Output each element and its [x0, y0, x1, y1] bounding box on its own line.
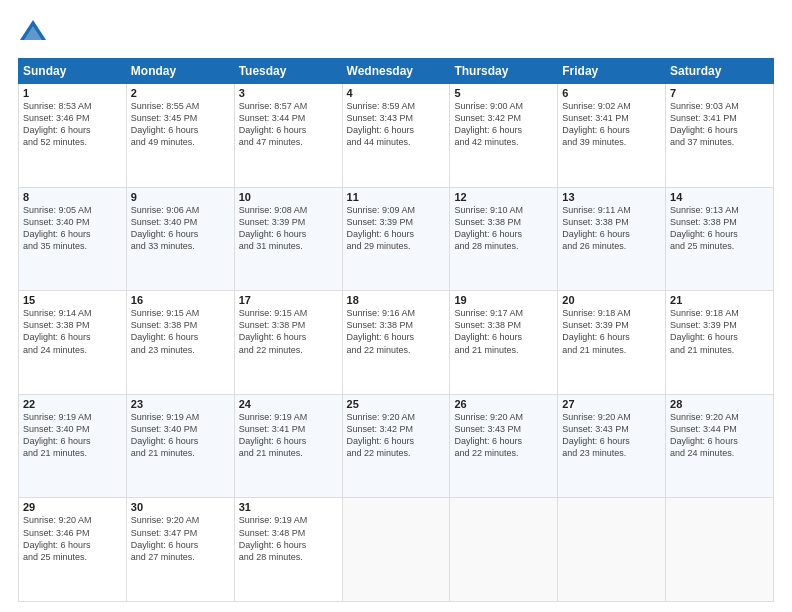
calendar-cell: 10Sunrise: 9:08 AMSunset: 3:39 PMDayligh…	[234, 187, 342, 291]
day-number: 24	[239, 398, 338, 410]
calendar-cell: 3Sunrise: 8:57 AMSunset: 3:44 PMDaylight…	[234, 84, 342, 188]
day-number: 6	[562, 87, 661, 99]
calendar-cell: 18Sunrise: 9:16 AMSunset: 3:38 PMDayligh…	[342, 291, 450, 395]
calendar-cell: 21Sunrise: 9:18 AMSunset: 3:39 PMDayligh…	[666, 291, 774, 395]
day-info: Sunrise: 9:09 AMSunset: 3:39 PMDaylight:…	[347, 205, 416, 251]
calendar-cell: 14Sunrise: 9:13 AMSunset: 3:38 PMDayligh…	[666, 187, 774, 291]
calendar-cell: 7Sunrise: 9:03 AMSunset: 3:41 PMDaylight…	[666, 84, 774, 188]
day-number: 2	[131, 87, 230, 99]
day-info: Sunrise: 9:13 AMSunset: 3:38 PMDaylight:…	[670, 205, 739, 251]
day-info: Sunrise: 9:06 AMSunset: 3:40 PMDaylight:…	[131, 205, 200, 251]
calendar-cell: 20Sunrise: 9:18 AMSunset: 3:39 PMDayligh…	[558, 291, 666, 395]
calendar-cell: 27Sunrise: 9:20 AMSunset: 3:43 PMDayligh…	[558, 394, 666, 498]
day-info: Sunrise: 9:20 AMSunset: 3:43 PMDaylight:…	[562, 412, 631, 458]
day-number: 15	[23, 294, 122, 306]
day-info: Sunrise: 9:19 AMSunset: 3:41 PMDaylight:…	[239, 412, 308, 458]
day-info: Sunrise: 9:00 AMSunset: 3:42 PMDaylight:…	[454, 101, 523, 147]
day-number: 30	[131, 501, 230, 513]
day-number: 25	[347, 398, 446, 410]
weekday-header: Monday	[126, 59, 234, 84]
weekday-header: Sunday	[19, 59, 127, 84]
day-info: Sunrise: 9:14 AMSunset: 3:38 PMDaylight:…	[23, 308, 92, 354]
calendar-week-row: 22Sunrise: 9:19 AMSunset: 3:40 PMDayligh…	[19, 394, 774, 498]
day-info: Sunrise: 9:17 AMSunset: 3:38 PMDaylight:…	[454, 308, 523, 354]
day-info: Sunrise: 9:19 AMSunset: 3:48 PMDaylight:…	[239, 515, 308, 561]
weekday-header: Wednesday	[342, 59, 450, 84]
calendar-cell: 11Sunrise: 9:09 AMSunset: 3:39 PMDayligh…	[342, 187, 450, 291]
calendar-cell: 17Sunrise: 9:15 AMSunset: 3:38 PMDayligh…	[234, 291, 342, 395]
day-info: Sunrise: 9:08 AMSunset: 3:39 PMDaylight:…	[239, 205, 308, 251]
day-number: 23	[131, 398, 230, 410]
day-info: Sunrise: 8:55 AMSunset: 3:45 PMDaylight:…	[131, 101, 200, 147]
calendar-week-row: 1Sunrise: 8:53 AMSunset: 3:46 PMDaylight…	[19, 84, 774, 188]
calendar-cell: 24Sunrise: 9:19 AMSunset: 3:41 PMDayligh…	[234, 394, 342, 498]
day-number: 19	[454, 294, 553, 306]
day-info: Sunrise: 8:59 AMSunset: 3:43 PMDaylight:…	[347, 101, 416, 147]
calendar-cell: 22Sunrise: 9:19 AMSunset: 3:40 PMDayligh…	[19, 394, 127, 498]
calendar-cell: 16Sunrise: 9:15 AMSunset: 3:38 PMDayligh…	[126, 291, 234, 395]
calendar-cell	[450, 498, 558, 602]
day-info: Sunrise: 9:16 AMSunset: 3:38 PMDaylight:…	[347, 308, 416, 354]
calendar-cell	[342, 498, 450, 602]
day-number: 8	[23, 191, 122, 203]
day-number: 17	[239, 294, 338, 306]
day-number: 16	[131, 294, 230, 306]
calendar-cell: 19Sunrise: 9:17 AMSunset: 3:38 PMDayligh…	[450, 291, 558, 395]
calendar-cell: 30Sunrise: 9:20 AMSunset: 3:47 PMDayligh…	[126, 498, 234, 602]
calendar-cell: 6Sunrise: 9:02 AMSunset: 3:41 PMDaylight…	[558, 84, 666, 188]
calendar-cell: 13Sunrise: 9:11 AMSunset: 3:38 PMDayligh…	[558, 187, 666, 291]
weekday-header: Friday	[558, 59, 666, 84]
day-info: Sunrise: 9:18 AMSunset: 3:39 PMDaylight:…	[670, 308, 739, 354]
day-info: Sunrise: 9:20 AMSunset: 3:47 PMDaylight:…	[131, 515, 200, 561]
day-number: 28	[670, 398, 769, 410]
day-number: 4	[347, 87, 446, 99]
calendar-cell: 2Sunrise: 8:55 AMSunset: 3:45 PMDaylight…	[126, 84, 234, 188]
calendar-week-row: 8Sunrise: 9:05 AMSunset: 3:40 PMDaylight…	[19, 187, 774, 291]
day-number: 22	[23, 398, 122, 410]
calendar-cell: 15Sunrise: 9:14 AMSunset: 3:38 PMDayligh…	[19, 291, 127, 395]
weekday-header: Saturday	[666, 59, 774, 84]
calendar-cell: 29Sunrise: 9:20 AMSunset: 3:46 PMDayligh…	[19, 498, 127, 602]
day-info: Sunrise: 8:53 AMSunset: 3:46 PMDaylight:…	[23, 101, 92, 147]
day-number: 21	[670, 294, 769, 306]
day-number: 9	[131, 191, 230, 203]
calendar-cell: 23Sunrise: 9:19 AMSunset: 3:40 PMDayligh…	[126, 394, 234, 498]
day-number: 1	[23, 87, 122, 99]
logo-icon	[18, 18, 48, 48]
calendar-week-row: 15Sunrise: 9:14 AMSunset: 3:38 PMDayligh…	[19, 291, 774, 395]
calendar-cell: 5Sunrise: 9:00 AMSunset: 3:42 PMDaylight…	[450, 84, 558, 188]
day-info: Sunrise: 9:15 AMSunset: 3:38 PMDaylight:…	[239, 308, 308, 354]
calendar-cell	[558, 498, 666, 602]
day-info: Sunrise: 9:15 AMSunset: 3:38 PMDaylight:…	[131, 308, 200, 354]
day-info: Sunrise: 9:05 AMSunset: 3:40 PMDaylight:…	[23, 205, 92, 251]
day-number: 10	[239, 191, 338, 203]
day-info: Sunrise: 9:11 AMSunset: 3:38 PMDaylight:…	[562, 205, 631, 251]
calendar-cell: 26Sunrise: 9:20 AMSunset: 3:43 PMDayligh…	[450, 394, 558, 498]
calendar-cell: 9Sunrise: 9:06 AMSunset: 3:40 PMDaylight…	[126, 187, 234, 291]
day-number: 31	[239, 501, 338, 513]
day-info: Sunrise: 9:20 AMSunset: 3:42 PMDaylight:…	[347, 412, 416, 458]
calendar-table: SundayMondayTuesdayWednesdayThursdayFrid…	[18, 58, 774, 602]
calendar-header-row: SundayMondayTuesdayWednesdayThursdayFrid…	[19, 59, 774, 84]
day-info: Sunrise: 9:02 AMSunset: 3:41 PMDaylight:…	[562, 101, 631, 147]
logo	[18, 18, 52, 48]
day-number: 18	[347, 294, 446, 306]
calendar-week-row: 29Sunrise: 9:20 AMSunset: 3:46 PMDayligh…	[19, 498, 774, 602]
day-info: Sunrise: 9:03 AMSunset: 3:41 PMDaylight:…	[670, 101, 739, 147]
day-number: 13	[562, 191, 661, 203]
day-info: Sunrise: 9:10 AMSunset: 3:38 PMDaylight:…	[454, 205, 523, 251]
day-number: 3	[239, 87, 338, 99]
day-info: Sunrise: 9:20 AMSunset: 3:46 PMDaylight:…	[23, 515, 92, 561]
day-number: 20	[562, 294, 661, 306]
day-info: Sunrise: 9:18 AMSunset: 3:39 PMDaylight:…	[562, 308, 631, 354]
header	[18, 18, 774, 48]
calendar-cell: 12Sunrise: 9:10 AMSunset: 3:38 PMDayligh…	[450, 187, 558, 291]
day-number: 5	[454, 87, 553, 99]
day-info: Sunrise: 9:20 AMSunset: 3:44 PMDaylight:…	[670, 412, 739, 458]
day-number: 29	[23, 501, 122, 513]
day-number: 7	[670, 87, 769, 99]
calendar-cell: 4Sunrise: 8:59 AMSunset: 3:43 PMDaylight…	[342, 84, 450, 188]
day-number: 11	[347, 191, 446, 203]
calendar-cell: 1Sunrise: 8:53 AMSunset: 3:46 PMDaylight…	[19, 84, 127, 188]
calendar-cell	[666, 498, 774, 602]
